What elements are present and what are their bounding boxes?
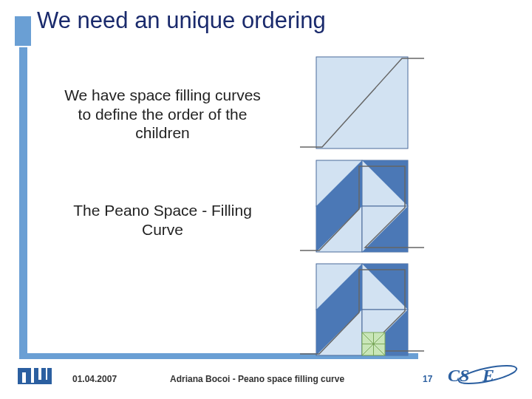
footer-date: 01.04.2007 <box>72 374 117 384</box>
slide-title: We need an unique ordering <box>37 7 326 34</box>
tum-logo-icon <box>16 366 52 389</box>
svg-rect-24 <box>27 368 31 384</box>
svg-rect-28 <box>47 368 52 384</box>
peano-level-2 <box>294 262 442 357</box>
body-paragraph-2: The Peano Space - Filling Curve <box>55 201 270 239</box>
peano-level-1 <box>294 159 442 253</box>
peano-level-0 <box>294 55 442 150</box>
page-number: 17 <box>423 374 432 384</box>
body-paragraph-1: We have space filling curves to define t… <box>59 86 266 143</box>
peano-figure-stack <box>294 55 442 366</box>
accent-bar-left <box>19 47 27 354</box>
cse-logo-icon: CS E <box>448 364 519 389</box>
footer: 01.04.2007 Adriana Bocoi - Peano space f… <box>0 366 532 389</box>
footer-author: Adriana Bocoi - Peano space filling curv… <box>170 374 344 384</box>
svg-text:CS: CS <box>448 366 469 385</box>
accent-block-top <box>15 16 31 46</box>
svg-rect-27 <box>41 368 46 384</box>
